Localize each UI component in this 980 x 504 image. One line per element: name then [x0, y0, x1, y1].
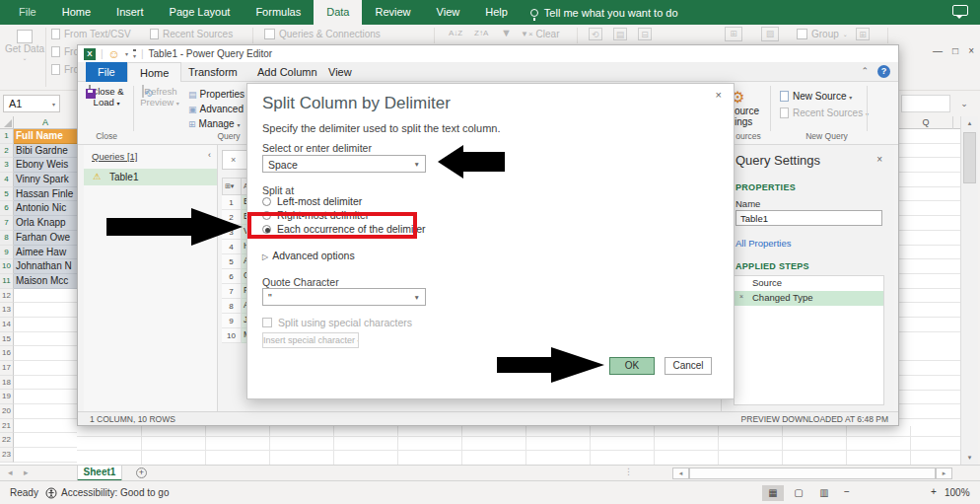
row-header[interactable]: 7: [0, 216, 14, 231]
qat-customize-icon[interactable]: ▾: [133, 49, 136, 59]
remove-duplicates-icon[interactable]: ⊟: [638, 28, 652, 40]
cell-empty[interactable]: [14, 404, 77, 419]
cell-full-name[interactable]: Farhan Owe: [14, 231, 77, 246]
step-source[interactable]: Source: [735, 276, 883, 291]
table-menu-icon[interactable]: ⊞▾: [222, 178, 242, 195]
new-sheet-icon[interactable]: +: [136, 468, 147, 478]
forecast-icon[interactable]: ▨: [761, 27, 779, 41]
row-header[interactable]: 8: [0, 231, 14, 246]
tab-strip-splitter[interactable]: ⋮: [624, 467, 633, 476]
zoom-level[interactable]: 100%: [945, 487, 970, 498]
preview-row-number[interactable]: 6: [222, 269, 242, 284]
cell-empty[interactable]: [14, 419, 77, 434]
insert-special-character-button[interactable]: Insert special character ▾: [262, 332, 359, 348]
row-header[interactable]: 10: [0, 259, 14, 274]
vertical-scrollbar[interactable]: ▴ ▾: [960, 116, 978, 465]
row-header[interactable]: 12: [0, 289, 14, 304]
properties-button[interactable]: ▤Properties: [188, 89, 245, 100]
sheet-nav-right-icon[interactable]: ▸: [24, 468, 29, 477]
cell-empty[interactable]: [14, 318, 77, 332]
pq-tab-home-active[interactable]: Home: [127, 62, 181, 82]
row-header[interactable]: 23: [0, 448, 14, 463]
cell-full-name[interactable]: Bibi Gardne: [14, 144, 77, 159]
cell-full-name[interactable]: Vinny Spark: [14, 173, 77, 187]
group-button[interactable]: Group⌄: [797, 29, 848, 39]
close-icon[interactable]: ×: [968, 45, 974, 59]
row-header[interactable]: 11: [0, 274, 14, 289]
cell-empty[interactable]: [14, 361, 77, 376]
get-data-button[interactable]: Get Data ⌄: [6, 30, 43, 61]
ungroup-icon[interactable]: ⊞: [856, 28, 870, 40]
row-header[interactable]: 21: [0, 419, 14, 434]
comments-icon[interactable]: [952, 5, 968, 16]
preview-row-number[interactable]: 10: [222, 328, 242, 343]
horizontal-scrollbar[interactable]: [689, 468, 936, 479]
pq-tab-file[interactable]: File: [86, 62, 127, 82]
quote-character-dropdown[interactable]: " ▼: [262, 288, 426, 306]
from-text-csv-button[interactable]: From Text/CSV: [51, 29, 131, 39]
accessibility-status[interactable]: Accessibility: Good to go: [61, 487, 170, 498]
excel-tab-insert[interactable]: Insert: [104, 0, 157, 25]
cell-empty[interactable]: [14, 289, 77, 304]
new-source-button[interactable]: New Source ▾: [780, 91, 852, 102]
cell-full-name[interactable]: Aimee Haw: [14, 246, 77, 260]
preview-row-number[interactable]: 7: [222, 284, 242, 299]
sort-za-icon[interactable]: Z↑A: [474, 29, 488, 37]
recent-sources-button[interactable]: Recent Sources ▾: [780, 108, 869, 118]
pq-tab-transform[interactable]: Transform: [176, 62, 249, 82]
row-header[interactable]: 17: [0, 361, 14, 376]
ok-button[interactable]: OK: [609, 357, 655, 375]
cell-empty[interactable]: [14, 433, 77, 448]
query-item-table1[interactable]: ⚠ Table1: [84, 169, 217, 185]
hscroll-left-icon[interactable]: ◂: [672, 468, 689, 479]
preview-row-number[interactable]: 5: [222, 254, 242, 269]
recent-sources-button[interactable]: Recent Sources: [150, 29, 233, 39]
dialog-close-icon[interactable]: ×: [716, 89, 722, 101]
close-and-load-button[interactable]: Close & Load ▾: [84, 86, 129, 109]
data-tools-icon[interactable]: ▤: [613, 28, 627, 40]
cell-full-name[interactable]: Antonio Nic: [14, 201, 77, 216]
manage-button[interactable]: ⊞Manage ▾: [188, 118, 240, 129]
all-properties-link[interactable]: All Properties: [735, 238, 792, 249]
cell-empty[interactable]: [14, 303, 77, 318]
refresh-table-icon[interactable]: ⟲: [589, 28, 602, 40]
formula-bar[interactable]: [901, 95, 950, 112]
dropdown-arrow-icon[interactable]: ▾: [125, 50, 128, 57]
page-layout-view-icon[interactable]: ▢: [788, 485, 809, 501]
scroll-up-icon[interactable]: ▴: [961, 116, 978, 130]
name-box[interactable]: A1▾: [3, 95, 60, 112]
cell-full-name[interactable]: Hassan Finle: [14, 187, 77, 202]
cell-empty[interactable]: [14, 346, 77, 361]
step-changed-type[interactable]: ×Changed Type: [735, 291, 883, 306]
queries-connections-button[interactable]: Queries & Connections: [264, 29, 381, 39]
pq-title-bar[interactable]: X | ☺ ▾ ▾ | Table1 - Power Query Editor: [78, 45, 898, 62]
collapse-pane-icon[interactable]: ‹: [208, 150, 211, 160]
filter-icon[interactable]: ▼: [501, 27, 512, 38]
row-header[interactable]: 5: [0, 187, 14, 202]
scroll-down-icon[interactable]: ▾: [961, 451, 978, 465]
cell-full-name[interactable]: Johnathan N: [14, 259, 77, 274]
feedback-smiley-icon[interactable]: ☺: [108, 49, 120, 59]
excel-tab-view[interactable]: View: [424, 0, 473, 25]
minimize-icon[interactable]: —: [933, 45, 943, 59]
cell-full-name[interactable]: Ebony Weis: [14, 158, 77, 173]
normal-view-icon[interactable]: ▦: [762, 485, 784, 501]
hscroll-right-icon[interactable]: ▸: [936, 468, 952, 479]
advanced-options-expander[interactable]: ▷Advanced options: [262, 250, 355, 261]
column-header-a[interactable]: A: [14, 116, 77, 129]
table-header-cell[interactable]: Full Name: [14, 129, 77, 144]
row-header[interactable]: 3: [0, 158, 14, 173]
row-header[interactable]: 15: [0, 332, 14, 347]
zoom-in-icon[interactable]: +: [931, 486, 937, 497]
row-header[interactable]: 2: [0, 144, 14, 159]
cell-empty[interactable]: [14, 390, 77, 404]
column-header-q[interactable]: Q: [899, 116, 953, 129]
excel-tab-review[interactable]: Review: [362, 0, 423, 25]
tell-me-box[interactable]: Tell me what you want to do: [521, 0, 688, 25]
row-header[interactable]: 20: [0, 404, 14, 419]
special-characters-checkbox-row[interactable]: Split using special characters: [262, 317, 412, 328]
cell-full-name[interactable]: Orla Knapp: [14, 216, 77, 231]
clear-filter-button[interactable]: ▼×Clear: [521, 29, 560, 39]
row-header[interactable]: 4: [0, 173, 14, 187]
cell-empty[interactable]: [14, 332, 77, 347]
